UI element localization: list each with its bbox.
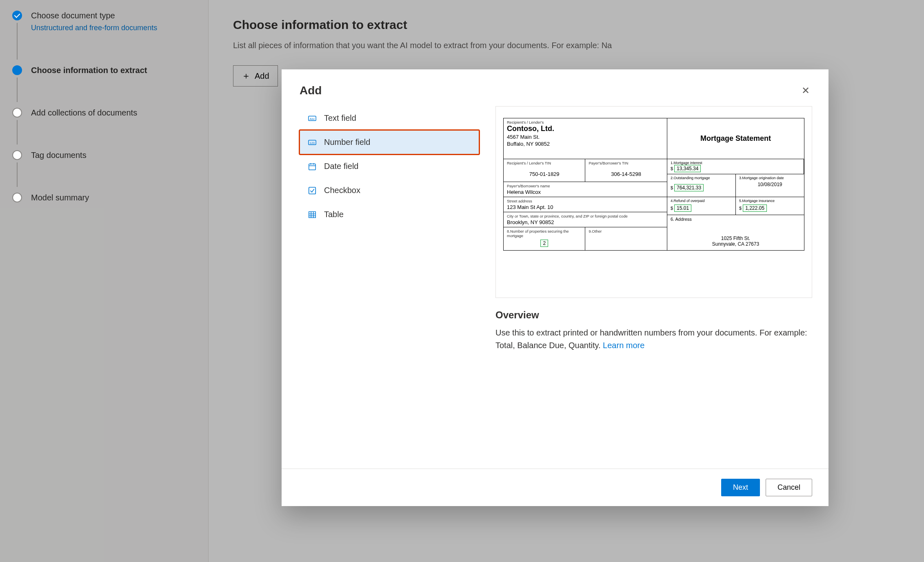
doc-insurance-value: 1,222.05 — [743, 204, 767, 212]
step-connector — [17, 23, 18, 60]
next-button[interactable]: Next — [721, 479, 760, 496]
doc-borrower-tin: 306-14-5298 — [589, 165, 663, 177]
number-field-icon: 123 — [308, 138, 317, 147]
doc-prop-value: 2 — [540, 240, 548, 247]
field-type-label: Text field — [324, 113, 356, 123]
doc-borrower-name: Helena Wilcox — [507, 189, 664, 195]
field-type-label: Date field — [324, 162, 359, 171]
field-type-table[interactable]: Table — [300, 202, 479, 227]
doc-title: Mortgage Statement — [700, 134, 771, 143]
checkbox-icon — [308, 186, 317, 195]
field-type-number[interactable]: 123 Number field — [300, 130, 479, 154]
doc-street-label: Street address — [507, 199, 664, 203]
svg-text:123: 123 — [310, 141, 315, 144]
overview-heading: Overview — [495, 309, 812, 321]
doc-street: 123 Main St Apt. 10 — [507, 204, 664, 210]
step-connector — [17, 162, 18, 187]
date-field-icon — [308, 162, 317, 171]
doc-interest-label: 1.Mortgage interest — [671, 161, 800, 165]
doc-outstanding-value: 764,321.33 — [674, 184, 704, 191]
doc-refund-value: 15.01 — [674, 204, 691, 212]
add-field-modal: Add ✕ Abc Text field 123 Number field — [282, 69, 828, 506]
field-type-text[interactable]: Abc Text field — [300, 106, 479, 130]
doc-address6-line2: Sunnyvale, CA 27673 — [671, 241, 801, 247]
doc-lender-label: Recipient's / Lender's — [507, 120, 664, 124]
doc-lender-tin-label: Recipient's / Lender's TIN — [507, 161, 582, 165]
modal-footer: Next Cancel — [282, 469, 828, 506]
close-button[interactable]: ✕ — [799, 82, 812, 99]
field-type-list: Abc Text field 123 Number field Date fie… — [300, 106, 479, 460]
svg-text:Abc: Abc — [310, 117, 315, 120]
overview-text: Use this to extract printed or handwritt… — [495, 327, 812, 352]
step-connector — [17, 78, 18, 102]
step-marker-completed-icon — [12, 11, 22, 20]
field-type-label: Table — [324, 210, 344, 219]
text-field-icon: Abc — [308, 114, 317, 123]
preview-pane: Recipient's / Lender's Contoso, Ltd. 456… — [495, 106, 812, 460]
doc-address6-label: 6. Address — [671, 217, 801, 222]
doc-other-label: 9.Other — [589, 229, 663, 233]
close-icon: ✕ — [802, 85, 810, 96]
field-type-label: Checkbox — [324, 186, 360, 195]
doc-origdate-label: 3.Mortgage origination date — [739, 176, 801, 180]
doc-origdate-value: 10/08/2019 — [739, 182, 801, 187]
cancel-button[interactable]: Cancel — [766, 479, 812, 496]
doc-lender-name: Contoso, Ltd. — [507, 124, 664, 133]
doc-outstanding-label: 2.Outstanding mortgage — [671, 176, 732, 180]
table-icon — [308, 210, 317, 219]
document-preview: Recipient's / Lender's Contoso, Ltd. 456… — [495, 106, 812, 298]
doc-lender-addr1: 4567 Main St. — [507, 134, 664, 140]
doc-city: Brooklyn, NY 90852 — [507, 219, 664, 225]
svg-rect-8 — [309, 187, 316, 194]
modal-title: Add — [300, 84, 322, 97]
svg-rect-4 — [309, 164, 316, 170]
doc-lender-tin: 750-01-1829 — [507, 165, 582, 177]
field-type-label: Number field — [324, 138, 370, 147]
doc-refund-label: 4.Refund of overpaid — [671, 199, 732, 203]
doc-borrower-tin-label: Payer's/Borrower's TIN — [589, 161, 663, 165]
doc-lender-addr2: Buffalo, NY 90852 — [507, 141, 664, 147]
field-type-date[interactable]: Date field — [300, 154, 479, 178]
doc-prop-label: 8.Number of properties securing the mort… — [507, 229, 582, 238]
step-connector — [17, 120, 18, 144]
doc-borrower-label: Payer's/Borrower's name — [507, 184, 664, 188]
field-type-checkbox[interactable]: Checkbox — [300, 178, 479, 202]
doc-address6-line1: 1025 Fifth St. — [671, 235, 801, 241]
doc-interest-value: 13,345.34 — [674, 165, 701, 172]
doc-city-label: City or Town, state or province, country… — [507, 214, 664, 218]
learn-more-link[interactable]: Learn more — [603, 341, 644, 350]
doc-insurance-label: 5.Mortgage insurance — [739, 199, 801, 203]
svg-rect-9 — [309, 211, 316, 218]
